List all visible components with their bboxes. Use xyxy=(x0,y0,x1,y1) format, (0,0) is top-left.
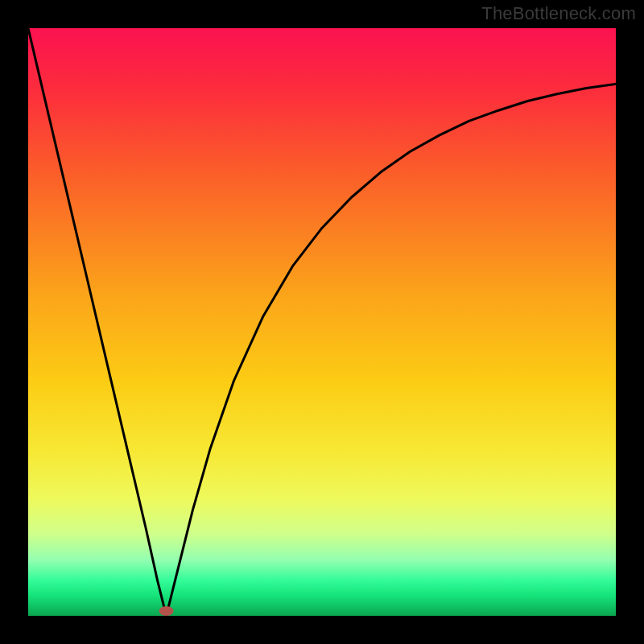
chart-frame: TheBottleneck.com xyxy=(0,0,644,644)
watermark-text: TheBottleneck.com xyxy=(481,3,636,24)
chart-svg xyxy=(28,28,616,616)
optimum-marker xyxy=(159,606,174,616)
plot-area xyxy=(28,28,616,616)
gradient-background xyxy=(28,28,616,616)
